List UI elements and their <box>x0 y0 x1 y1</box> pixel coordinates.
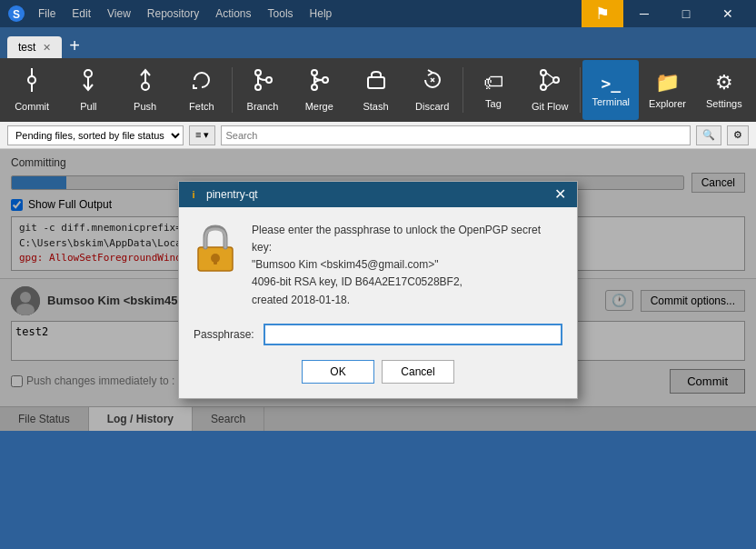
titlebar: S File Edit View Repository Actions Tool… <box>0 0 756 27</box>
terminal-label: Terminal <box>592 96 631 107</box>
toolbar-push-btn[interactable]: Push <box>117 60 174 120</box>
modal-titlebar: i pinentry-qt ✕ <box>179 182 577 207</box>
svg-rect-33 <box>214 258 217 265</box>
toolbar-terminal-btn[interactable]: >_ Terminal <box>582 60 639 120</box>
toolbar-branch-btn[interactable]: Branch <box>234 60 291 120</box>
toolbar-pull-btn[interactable]: Pull <box>60 60 116 120</box>
search-button[interactable]: 🔍 <box>696 125 721 145</box>
svg-text:S: S <box>13 8 20 21</box>
modal-cancel-button[interactable]: Cancel <box>382 360 454 384</box>
svg-point-15 <box>323 77 328 83</box>
file-filter-select[interactable]: Pending files, sorted by file status <box>7 125 184 145</box>
app-icon: S <box>7 5 25 23</box>
svg-point-7 <box>142 83 149 90</box>
settings-icon: ⚙ <box>715 71 733 95</box>
svg-point-20 <box>541 70 546 75</box>
commit-label: Commit <box>15 101 49 112</box>
menu-edit[interactable]: Edit <box>65 5 98 22</box>
toolbar-fetch-btn[interactable]: Fetch <box>174 60 230 120</box>
svg-line-24 <box>546 73 553 78</box>
tag-label: Tag <box>485 98 502 109</box>
toolbar-divider-3 <box>580 67 581 113</box>
merge-icon <box>307 68 331 97</box>
terminal-icon: >_ <box>601 74 621 93</box>
merge-label: Merge <box>305 101 333 112</box>
stash-icon <box>364 68 388 97</box>
toolbar-divider-2 <box>463 67 463 113</box>
toolbar-discard-btn[interactable]: Discard <box>404 60 461 120</box>
explorer-icon: 📁 <box>655 71 680 95</box>
menu-file[interactable]: File <box>31 5 63 22</box>
push-label: Push <box>134 101 156 112</box>
modal-title-icon: i <box>186 187 201 202</box>
svg-line-25 <box>546 82 553 87</box>
modal-close-button[interactable]: ✕ <box>551 185 570 203</box>
svg-point-10 <box>255 85 261 90</box>
toolbar-settings-btn[interactable]: ⚙ Settings <box>696 60 752 120</box>
menu-bar: File Edit View Repository Actions Tools … <box>31 5 582 22</box>
toolbar-gitflow-btn[interactable]: Git Flow <box>522 60 578 120</box>
modal-title-text: pinentry-qt <box>206 188 545 201</box>
menu-tools[interactable]: Tools <box>261 5 301 22</box>
toolbar-divider-1 <box>232 67 233 113</box>
fetch-icon <box>190 68 214 97</box>
tag-icon: 🏷 <box>483 71 503 95</box>
main-content: Committing Cancel Show Full Output git -… <box>0 149 756 431</box>
passphrase-input[interactable] <box>264 324 562 345</box>
filter-options-btn[interactable]: ≡ ▾ <box>189 125 215 145</box>
new-tab-button[interactable]: + <box>62 35 87 56</box>
pull-label: Pull <box>80 101 96 112</box>
modal-overlay: i pinentry-qt ✕ <box>0 149 756 431</box>
gitflow-label: Git Flow <box>532 101 568 112</box>
menu-actions[interactable]: Actions <box>208 5 258 22</box>
push-icon <box>134 68 157 97</box>
settings-label: Settings <box>706 98 742 109</box>
stash-label: Stash <box>363 101 388 112</box>
window-close-button[interactable]: ✕ <box>707 0 749 27</box>
discard-label: Discard <box>415 101 449 112</box>
svg-point-2 <box>28 76 35 84</box>
fetch-label: Fetch <box>189 101 214 112</box>
filter-bar: Pending files, sorted by file status ≡ ▾… <box>0 122 756 149</box>
tab-close-icon[interactable]: ✕ <box>43 42 51 54</box>
branch-label: Branch <box>247 101 279 112</box>
search-input[interactable] <box>221 125 691 145</box>
menu-view[interactable]: View <box>100 5 138 22</box>
minimize-button[interactable]: ─ <box>623 0 665 27</box>
svg-point-13 <box>312 70 317 75</box>
svg-point-9 <box>255 70 261 75</box>
modal-ok-button[interactable]: OK <box>302 360 374 384</box>
toolbar-commit-btn[interactable]: Commit <box>4 60 60 120</box>
svg-rect-17 <box>368 77 384 88</box>
modal-body: Please enter the passphrase to unlock th… <box>179 207 577 324</box>
svg-text:i: i <box>192 189 194 200</box>
svg-point-5 <box>85 70 92 77</box>
search-options-btn[interactable]: ⚙ <box>727 125 749 145</box>
toolbar-tag-btn[interactable]: 🏷 Tag <box>465 60 522 120</box>
branch-icon <box>251 68 274 97</box>
menu-repository[interactable]: Repository <box>140 5 206 22</box>
gitflow-icon <box>538 68 562 97</box>
modal-body-text: Please enter the passphrase to unlock th… <box>252 222 562 309</box>
pinentry-modal: i pinentry-qt ✕ <box>178 181 578 399</box>
svg-point-21 <box>541 85 546 90</box>
menu-help[interactable]: Help <box>303 5 340 22</box>
svg-point-11 <box>266 77 272 83</box>
discard-icon <box>421 68 444 97</box>
toolbar-explorer-btn[interactable]: 📁 Explorer <box>639 60 695 120</box>
passphrase-row: Passphrase: <box>179 324 577 353</box>
toolbar-stash-btn[interactable]: Stash <box>347 60 403 120</box>
tab-bar: test ✕ + <box>0 27 756 58</box>
maximize-button[interactable]: □ <box>665 0 707 27</box>
svg-point-22 <box>553 77 559 83</box>
passphrase-label: Passphrase: <box>194 328 254 341</box>
tab-test[interactable]: test ✕ <box>7 36 62 58</box>
toolbar-merge-btn[interactable]: Merge <box>291 60 347 120</box>
explorer-label: Explorer <box>649 98 686 109</box>
lock-icon <box>194 222 237 273</box>
commit-icon <box>20 68 44 97</box>
svg-point-14 <box>312 85 317 90</box>
flag-icon <box>582 0 623 27</box>
toolbar: Commit Pull Push Fetch <box>0 58 756 122</box>
modal-buttons: OK Cancel <box>179 353 577 398</box>
